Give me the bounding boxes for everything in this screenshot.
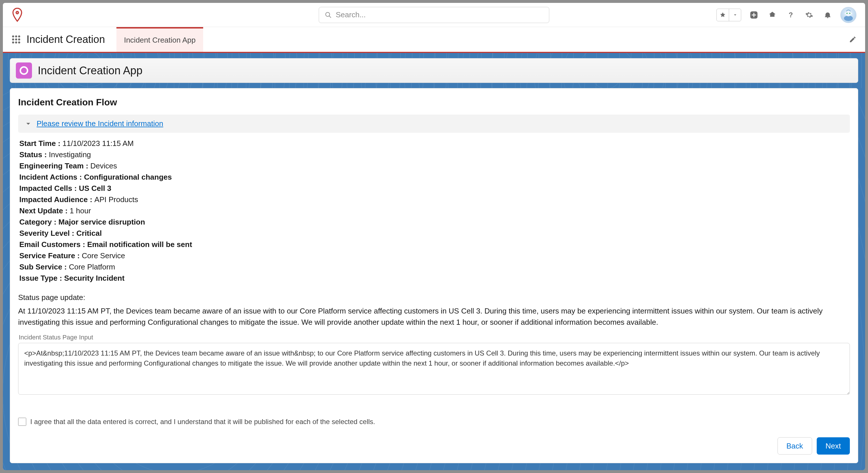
svg-point-8 <box>846 13 847 14</box>
tab-incident-creation-app[interactable]: Incident Creation App <box>117 27 203 52</box>
field-start-time: Start Time : 11/10/2023 11:15 AM <box>19 138 850 149</box>
chevron-down-icon <box>25 120 32 128</box>
content-area: Incident Creation Flow Please review the… <box>3 88 865 470</box>
svg-point-11 <box>851 13 852 14</box>
svg-point-19 <box>15 41 17 43</box>
bell-icon[interactable] <box>822 9 833 21</box>
svg-text:!: ! <box>17 10 18 14</box>
app-launcher-icon[interactable] <box>9 27 24 52</box>
svg-point-13 <box>15 35 17 37</box>
search-icon <box>325 11 332 19</box>
svg-point-20 <box>18 41 20 43</box>
svg-point-18 <box>12 41 14 43</box>
page-header-icon <box>16 63 32 78</box>
status-page-update-label: Status page update: <box>18 292 850 303</box>
search-box[interactable] <box>319 7 549 23</box>
avatar[interactable] <box>840 7 857 23</box>
agree-text: I agree that all the data entered is cor… <box>30 418 375 426</box>
back-button[interactable]: Back <box>777 437 812 454</box>
app-nav-bar: Incident Creation Incident Creation App <box>3 27 865 53</box>
textarea-label: Incident Status Page Input <box>19 334 850 341</box>
next-button[interactable]: Next <box>817 437 850 454</box>
cloud-icon[interactable] <box>767 9 778 21</box>
chevron-down-icon <box>729 9 741 21</box>
field-service-feature: Service Feature : Core Service <box>19 250 850 261</box>
field-issue-type: Issue Type : Security Incident <box>19 273 850 284</box>
field-status: Status : Investigating <box>19 149 850 160</box>
field-incident-actions: Incident Actions : Configurational chang… <box>19 172 850 183</box>
svg-text:?: ? <box>789 11 793 19</box>
status-page-input[interactable] <box>18 343 850 395</box>
header-actions: ? <box>716 7 857 23</box>
field-impacted-cells: Impacted Cells : US Cell 3 <box>19 183 850 194</box>
svg-point-14 <box>18 35 20 37</box>
field-engineering-team: Engineering Team : Devices <box>19 160 850 172</box>
add-button[interactable] <box>748 9 760 21</box>
agree-checkbox[interactable] <box>18 418 26 426</box>
global-header: ! ? <box>3 3 865 27</box>
svg-point-9 <box>849 13 850 14</box>
page-title: Incident Creation App <box>38 65 142 77</box>
field-category: Category : Major service disruption <box>19 216 850 228</box>
review-section-header[interactable]: Please review the Incident information <box>18 114 850 133</box>
incident-fields: Start Time : 11/10/2023 11:15 AM Status … <box>18 138 850 284</box>
agree-row[interactable]: I agree that all the data entered is cor… <box>18 418 850 426</box>
svg-point-12 <box>12 35 14 37</box>
app-name: Incident Creation <box>27 27 105 52</box>
field-severity: Severity Level : Critical <box>19 228 850 239</box>
page-header-band: Incident Creation App <box>3 53 865 88</box>
app-window: ! ? <box>3 3 865 470</box>
gear-icon[interactable] <box>803 9 815 21</box>
flow-card: Incident Creation Flow Please review the… <box>10 88 858 463</box>
flow-title: Incident Creation Flow <box>18 97 850 108</box>
global-search <box>319 7 549 23</box>
status-page-update-text: At 11/10/2023 11:15 AM PT, the Devices t… <box>18 305 850 328</box>
help-icon[interactable]: ? <box>785 9 797 21</box>
field-next-update: Next Update : 1 hour <box>19 205 850 216</box>
review-section-link[interactable]: Please review the Incident information <box>37 119 163 128</box>
svg-point-10 <box>845 13 846 14</box>
field-impacted-audience: Impacted Audience : API Products <box>19 194 850 205</box>
search-input[interactable] <box>336 10 543 19</box>
footer-buttons: Back Next <box>18 437 850 454</box>
svg-point-16 <box>15 38 17 40</box>
svg-point-15 <box>12 38 14 40</box>
svg-line-3 <box>329 16 331 18</box>
svg-point-17 <box>18 38 20 40</box>
field-email-customers: Email Customers : Email notification wil… <box>19 239 850 250</box>
field-sub-service: Sub Service : Core Platform <box>19 261 850 273</box>
star-icon <box>717 9 729 21</box>
favorites-menu[interactable] <box>716 9 741 21</box>
page-header-card: Incident Creation App <box>10 58 858 83</box>
app-logo-pin-icon: ! <box>11 8 23 22</box>
edit-nav-icon[interactable] <box>849 27 857 52</box>
